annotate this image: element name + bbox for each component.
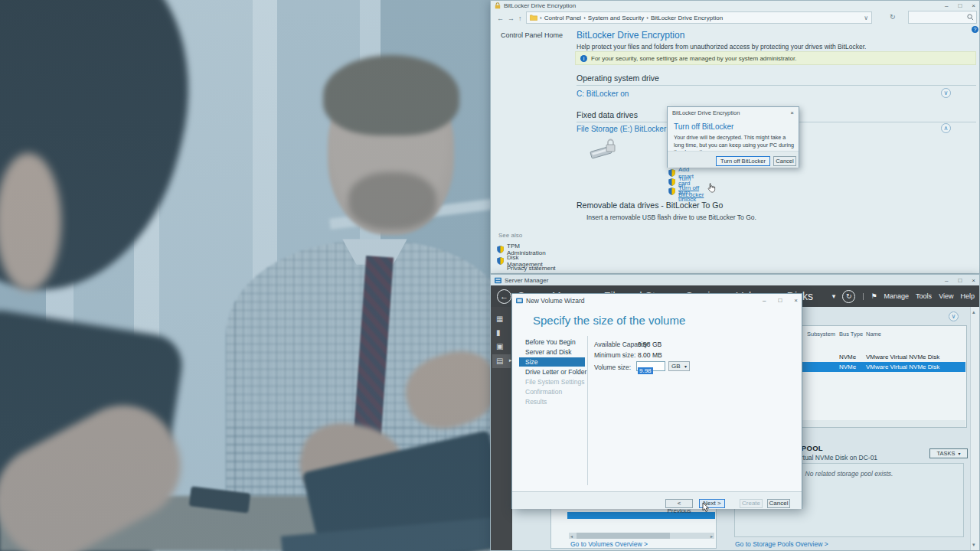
sidebar-item-control-panel-home[interactable]: Control Panel Home xyxy=(501,31,563,39)
help-icon[interactable]: ? xyxy=(972,26,978,33)
close-icon[interactable]: × xyxy=(972,2,975,9)
dialog-heading: Turn off BitLocker xyxy=(674,122,733,131)
menu-manage[interactable]: Manage xyxy=(884,292,910,300)
step-size[interactable]: Size xyxy=(519,357,585,367)
back-icon[interactable]: ← xyxy=(497,289,511,304)
close-icon[interactable]: × xyxy=(972,277,975,284)
step-file-system: File System Settings xyxy=(519,377,585,386)
disk-name: VMware Virtual NVMe Disk xyxy=(866,364,939,370)
search-input[interactable] xyxy=(908,11,977,24)
menu-tools[interactable]: Tools xyxy=(916,292,932,300)
breadcrumb[interactable]: › Control Panel › System and Security › … xyxy=(526,11,872,24)
caret-down-icon: ▾ xyxy=(959,451,961,456)
local-server-icon[interactable]: ▮ xyxy=(496,328,501,337)
arrow-cursor xyxy=(702,502,710,513)
dialog-footer: Turn off BitLocker Cancel xyxy=(668,151,799,168)
menu-help[interactable]: Help xyxy=(960,292,975,300)
create-button[interactable]: Create xyxy=(740,499,763,508)
unit-select[interactable]: GB ▾ xyxy=(668,361,690,371)
notifications-caret-icon[interactable]: ▾ xyxy=(832,292,836,300)
maximize-icon[interactable]: □ xyxy=(958,2,962,9)
collapse-disks-icon[interactable]: ∨ xyxy=(949,311,959,321)
admin-notice-text: For your security, some settings are man… xyxy=(591,55,796,62)
col-name[interactable]: Name xyxy=(866,331,881,337)
disk-management-row[interactable]: Disk Management xyxy=(497,253,504,267)
expand-os-drive-icon[interactable]: ∨ xyxy=(941,88,951,98)
step-before-you-begin[interactable]: Before You Begin xyxy=(519,337,585,347)
fixed-drive-status[interactable]: File Storage (E:) BitLocker on xyxy=(577,125,677,133)
up-icon[interactable]: ↑ xyxy=(518,15,522,22)
file-storage-services-tile[interactable]: ▤ xyxy=(492,354,511,368)
collapse-fixed-drive-icon[interactable]: ∧ xyxy=(941,123,951,133)
minimize-icon[interactable]: – xyxy=(945,277,948,284)
removable-hint: Insert a removable USB flash drive to us… xyxy=(586,214,756,221)
crumb-system-security[interactable]: System and Security xyxy=(588,15,644,21)
cancel-button[interactable]: Cancel xyxy=(767,499,790,508)
crumb-control-panel[interactable]: Control Panel xyxy=(544,15,581,21)
maximize-icon[interactable]: □ xyxy=(958,277,962,284)
minimize-icon[interactable]: – xyxy=(763,297,766,304)
volume-size-label: Volume size: xyxy=(594,364,631,371)
minimize-icon[interactable]: – xyxy=(945,2,948,9)
caret-down-icon: ▾ xyxy=(684,364,687,369)
divider xyxy=(587,336,588,485)
previous-button[interactable]: < Previous xyxy=(665,499,693,508)
step-server-and-disk[interactable]: Server and Disk xyxy=(519,347,585,357)
file-storage-services-icon: ▤ xyxy=(496,357,503,365)
scroll-right-icon[interactable]: ▸ xyxy=(710,533,713,539)
section-fixed-drives: Fixed data drives xyxy=(577,110,638,119)
step-drive-letter[interactable]: Drive Letter or Folder xyxy=(519,367,585,377)
navbar-actions: ▾ ↻ | ⚑ Manage Tools View Help xyxy=(832,290,979,303)
col-subsystem[interactable]: Subsystem xyxy=(807,331,835,337)
volume-size-selected-text: 9.98 xyxy=(638,367,653,374)
step-confirmation: Confirmation xyxy=(519,387,585,396)
scroll-left-icon[interactable]: ◂ xyxy=(570,533,573,539)
scrollbar-thumb[interactable] xyxy=(577,533,670,539)
folder-icon xyxy=(530,15,537,21)
dashboard-icon[interactable]: ▦ xyxy=(496,315,503,323)
window-title: BitLocker Drive Encryption xyxy=(504,2,576,9)
crumb-bitlocker[interactable]: BitLocker Drive Encryption xyxy=(651,15,723,21)
info-icon: i xyxy=(580,55,587,62)
crumb-separator: › xyxy=(646,15,648,21)
screen: BitLocker Drive Encryption – □ × ← → ↑ ›… xyxy=(0,0,980,551)
dialog-cancel-button[interactable]: Cancel xyxy=(773,156,796,166)
os-drive-status[interactable]: C: BitLocker on xyxy=(577,90,629,98)
col-bus-type[interactable]: Bus Type xyxy=(839,331,863,337)
forward-icon[interactable]: → xyxy=(508,15,514,22)
all-servers-icon[interactable]: ▣ xyxy=(496,342,503,350)
content-vscrollbar[interactable]: ▴ ▾ xyxy=(970,307,979,550)
divider: | xyxy=(862,292,864,300)
maximize-icon[interactable]: □ xyxy=(778,297,782,304)
divider xyxy=(577,85,976,86)
dialog-close-icon[interactable]: × xyxy=(790,109,794,116)
server-manager-titlebar: Server Manager – □ × xyxy=(491,275,979,285)
storage-pools-overview-link[interactable]: Go to Storage Pools Overview > xyxy=(735,540,828,548)
new-volume-wizard: New Volume Wizard – □ × Specify the size… xyxy=(511,293,802,509)
volumes-overview-link[interactable]: Go to Volumes Overview > xyxy=(570,540,648,548)
volume-size-input[interactable]: 9.98 xyxy=(636,361,665,371)
turn-off-bitlocker-row[interactable]: Turn off BitLocker xyxy=(668,184,675,197)
storage-pool-tasks-button[interactable]: TASKS ▾ xyxy=(929,448,968,458)
turn-off-bitlocker-link[interactable]: Turn off BitLocker xyxy=(678,184,704,198)
flag-icon[interactable]: ⚑ xyxy=(871,292,877,300)
menu-view[interactable]: View xyxy=(939,292,953,300)
privacy-statement-link[interactable]: Privacy statement xyxy=(507,265,556,272)
minimum-size-label: Minimum size: xyxy=(594,351,635,359)
address-dropdown-icon[interactable]: ∨ xyxy=(864,15,868,21)
back-icon[interactable]: ← xyxy=(497,15,504,22)
volumes-hscrollbar[interactable]: ◂ ▸ xyxy=(569,533,714,539)
encrypted-drive-icon xyxy=(586,137,619,160)
wizard-titlebar: New Volume Wizard – □ × xyxy=(512,294,802,307)
close-icon[interactable]: × xyxy=(794,297,798,304)
refresh-icon[interactable]: ↻ xyxy=(890,13,896,21)
scroll-down-icon[interactable]: ▾ xyxy=(972,542,975,548)
crumb-separator: › xyxy=(540,15,542,21)
search-icon xyxy=(967,14,974,21)
scroll-up-icon[interactable]: ▴ xyxy=(972,309,975,315)
minimum-size-value: 8.00 MB xyxy=(638,351,662,359)
refresh-icon[interactable]: ↻ xyxy=(842,290,855,303)
office-photo xyxy=(0,0,490,551)
bitlocker-titlebar: BitLocker Drive Encryption – □ × xyxy=(491,1,979,10)
dialog-turn-off-button[interactable]: Turn off BitLocker xyxy=(716,156,770,166)
